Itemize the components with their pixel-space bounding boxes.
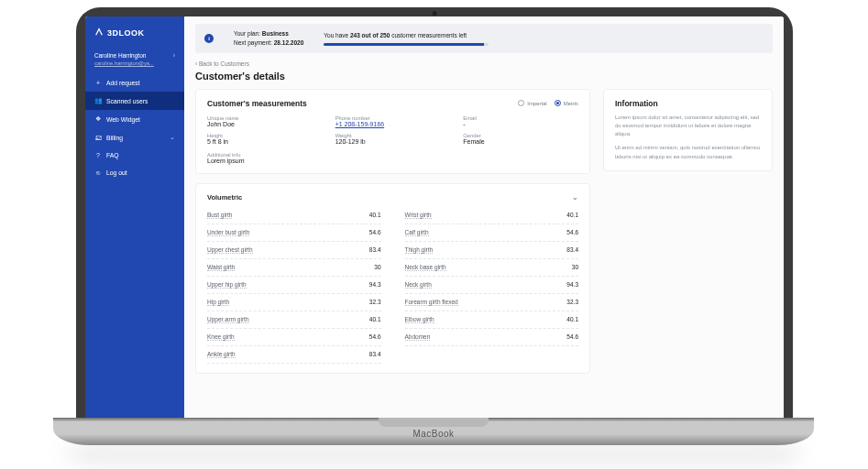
measurement-label: Knee girth — [207, 333, 235, 341]
user-block[interactable]: Caroline Harrington› caroline.harrington… — [85, 48, 184, 74]
measurement-value: 83.4 — [566, 246, 578, 254]
measurement-row: Ankle girth83.4 — [207, 346, 381, 364]
measurement-label: Upper-arm girth — [207, 316, 249, 323]
sidebar-item-label: FAQ — [106, 152, 119, 158]
macbook-label: MacBook — [53, 429, 814, 439]
measurement-row: Abdomen54.6 — [405, 329, 579, 346]
phone-value[interactable]: +1 208-159-9166 — [335, 121, 451, 127]
measurement-row: Calf girth54.6 — [405, 224, 579, 242]
measurement-label: Waist girth — [207, 264, 235, 271]
brand-logo: 3DLOOK — [85, 22, 184, 48]
breadcrumb-back[interactable]: ‹ Back to Customers — [195, 60, 773, 67]
measurement-row: Elbow girth40.1 — [405, 311, 579, 329]
measurement-label: Abdomen — [405, 333, 431, 341]
user-name: Caroline Harrington — [94, 52, 146, 59]
measurement-row: Forearm girth flexed32.3 — [405, 294, 579, 311]
measurement-label: Wrist girth — [405, 212, 432, 219]
measurement-label: Forearm girth flexed — [405, 299, 458, 306]
measurement-value: 94.3 — [369, 281, 381, 289]
widget-icon: ❖ — [94, 115, 102, 123]
users-icon: 👥 — [94, 97, 102, 104]
height-value: 5 ft 8 in — [207, 138, 323, 145]
measurement-label: Ankle girth — [207, 351, 236, 358]
info-icon: i — [204, 34, 214, 43]
logo-icon — [94, 27, 104, 38]
measurement-value: 30 — [374, 264, 380, 271]
measurement-value: 40.1 — [566, 316, 578, 323]
main-area: i Your plan: Business Next payment: 28.1… — [184, 16, 784, 418]
measurement-row: Knee girth54.6 — [207, 329, 381, 346]
measurement-value: 32.3 — [369, 299, 381, 306]
measurement-value: 40.1 — [566, 212, 578, 219]
info-paragraph: Lorem ipsum dolor sit amet, consectetur … — [615, 114, 761, 139]
gender-value: Female — [463, 138, 578, 145]
sidebar-item-billing[interactable]: 🗠 Billing ⌄ — [85, 128, 184, 147]
measurement-label: Calf girth — [405, 229, 429, 236]
card-title: Information — [615, 99, 761, 108]
sidebar: 3DLOOK Caroline Harrington› caroline.har… — [85, 16, 184, 418]
email-value: - — [463, 121, 578, 127]
measurement-label: Neck base girth — [405, 264, 446, 271]
customer-info-grid: Unique name John Doe Phone number +1 208… — [207, 115, 578, 145]
information-card: Information Lorem ipsum dolor sit amet, … — [603, 89, 773, 171]
sidebar-item-label: Billing — [106, 135, 123, 141]
measurement-label: Hip girth — [207, 299, 229, 306]
page-title: Customer's details — [195, 71, 773, 82]
billing-icon: 🗠 — [94, 135, 102, 141]
sidebar-item-faq[interactable]: ? FAQ — [85, 147, 184, 164]
plus-icon: + — [94, 80, 102, 86]
measurement-label: Neck girth — [405, 281, 432, 289]
laptop-base: MacBook — [53, 418, 814, 445]
card-title: Customer's measurements — [207, 99, 307, 108]
measurement-value: 40.1 — [369, 212, 381, 219]
sidebar-item-scanned-users[interactable]: 👥 Scanned users — [85, 92, 184, 110]
measurement-value: 54.6 — [566, 333, 578, 341]
chevron-down-icon: ⌄ — [572, 193, 578, 202]
sidebar-item-add-request[interactable]: + Add request — [85, 74, 184, 92]
info-paragraph: Ut enim ad minim veniam, quis nostrud ex… — [615, 144, 761, 161]
measurement-label: Elbow girth — [405, 316, 434, 323]
unit-imperial[interactable]: Imperial — [518, 100, 546, 106]
measurement-row: Thigh girth83.4 — [405, 242, 579, 259]
measurement-row: Neck base girth30 — [405, 259, 579, 277]
measurement-row: Wrist girth40.1 — [405, 207, 579, 224]
measurement-label: Upper hip girth — [207, 281, 247, 289]
volumetric-card: Volumetric ⌄ Bust girth40.1Under bust gi… — [195, 183, 590, 374]
chevron-down-icon: ⌄ — [170, 134, 175, 141]
measurement-label: Upper chest girth — [207, 246, 253, 254]
additional-info-value: Lorem ipsum — [207, 158, 578, 164]
quota-block: You have 243 out of 250 customer measure… — [324, 31, 489, 46]
measurement-value: 30 — [572, 264, 578, 271]
sidebar-item-label: Scanned users — [106, 98, 148, 104]
logout-icon: ⎋ — [94, 169, 102, 176]
sidebar-item-label: Add request — [106, 80, 140, 86]
measurement-value: 32.3 — [566, 299, 578, 306]
plan-banner: i Your plan: Business Next payment: 28.1… — [195, 24, 773, 53]
unit-toggle: Imperial Metric — [518, 100, 578, 106]
measurement-label: Thigh girth — [405, 246, 434, 254]
measurement-row: Waist girth30 — [207, 259, 381, 277]
measurement-value: 54.6 — [566, 229, 578, 236]
measurement-row: Under bust girth54.6 — [207, 224, 381, 242]
sidebar-nav: + Add request 👥 Scanned users ❖ Web Widg… — [85, 74, 184, 181]
measurement-value: 83.4 — [369, 246, 381, 254]
measurement-label: Bust girth — [207, 212, 232, 219]
quota-progress — [324, 43, 489, 46]
measurement-value: 40.1 — [369, 316, 381, 323]
sidebar-item-label: Web Widget — [106, 116, 140, 123]
plan-block: Your plan: Business Next payment: 28.12.… — [234, 29, 303, 48]
sidebar-item-web-widget[interactable]: ❖ Web Widget — [85, 110, 184, 128]
measurement-row: Upper chest girth83.4 — [207, 242, 381, 259]
unit-metric[interactable]: Metric — [555, 100, 578, 106]
unique-name-value: John Doe — [207, 121, 323, 127]
volumetric-section-header[interactable]: Volumetric ⌄ — [207, 193, 578, 202]
help-icon: ? — [94, 152, 102, 158]
sidebar-item-logout[interactable]: ⎋ Log out — [85, 164, 184, 181]
measurement-row: Upper hip girth94.3 — [207, 277, 381, 294]
user-email: caroline.harrington@ya... — [94, 60, 175, 67]
measurement-value: 54.6 — [369, 229, 381, 236]
measurement-row: Neck girth94.3 — [405, 277, 579, 294]
sidebar-item-label: Log out — [106, 169, 127, 176]
measurements-card: Customer's measurements Imperial Metric — [195, 89, 590, 174]
measurement-value: 54.6 — [369, 333, 381, 341]
